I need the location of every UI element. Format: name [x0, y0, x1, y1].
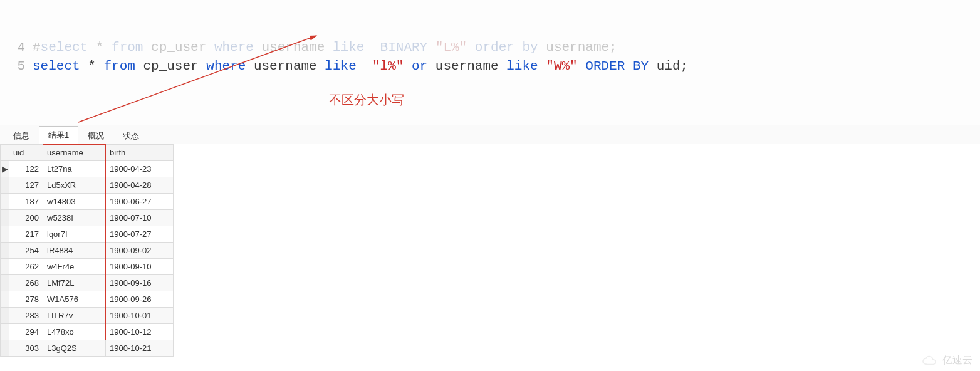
cell-username[interactable]: LlTR7v	[43, 308, 106, 324]
cell-uid[interactable]: 122	[9, 161, 43, 177]
cell-username[interactable]: w5238I	[43, 210, 106, 226]
annotation-text: 不区分大小写	[329, 91, 404, 109]
cell-birth[interactable]: 1900-10-21	[106, 340, 174, 357]
cell-uid[interactable]: 187	[9, 194, 43, 210]
cell-username[interactable]: L478xo	[43, 324, 106, 340]
table-row[interactable]: 283LlTR7v1900-10-01	[1, 308, 174, 324]
cell-birth[interactable]: 1900-07-10	[106, 210, 174, 226]
cell-birth[interactable]: 1900-06-27	[106, 194, 174, 210]
text-caret	[689, 60, 689, 73]
row-marker: ▶	[1, 161, 9, 177]
row-marker	[1, 340, 9, 357]
cell-uid[interactable]: 200	[9, 210, 43, 226]
row-marker	[1, 324, 9, 340]
row-marker	[1, 226, 9, 243]
result-grid[interactable]: uidusernamebirth▶122Lt27na1900-04-23127L…	[0, 144, 174, 357]
row-marker	[1, 177, 9, 194]
sql-editor[interactable]: 4#select * from cp_user where username l…	[0, 0, 980, 125]
editor-line[interactable]: 4#select * from cp_user where username l…	[11, 38, 980, 57]
editor-line[interactable]: 5select * from cp_user where username li…	[11, 57, 980, 76]
table-row[interactable]: 268LMf72L1900-09-16	[1, 275, 174, 291]
cell-birth[interactable]: 1900-07-27	[106, 226, 174, 243]
row-marker	[1, 194, 9, 210]
cell-birth[interactable]: 1900-04-28	[106, 177, 174, 194]
table-row[interactable]: 217lqor7I1900-07-27	[1, 226, 174, 243]
column-header-username[interactable]: username	[43, 145, 106, 161]
row-marker	[1, 259, 9, 275]
cell-uid[interactable]: 127	[9, 177, 43, 194]
table-row[interactable]: 303L3gQ2S1900-10-21	[1, 340, 174, 357]
cell-username[interactable]: lqor7I	[43, 226, 106, 243]
cell-birth[interactable]: 1900-09-02	[106, 243, 174, 259]
result-grid-wrap: uidusernamebirth▶122Lt27na1900-04-23127L…	[0, 144, 980, 357]
table-row[interactable]: 200w5238I1900-07-10	[1, 210, 174, 226]
row-marker-header	[1, 145, 9, 161]
table-row[interactable]: 278W1A5761900-09-26	[1, 291, 174, 308]
cell-birth[interactable]: 1900-09-26	[106, 291, 174, 308]
cell-uid[interactable]: 294	[9, 324, 43, 340]
cell-username[interactable]: Lt27na	[43, 161, 106, 177]
row-marker	[1, 210, 9, 226]
row-marker	[1, 308, 9, 324]
table-row[interactable]: 262w4Fr4e1900-09-10	[1, 259, 174, 275]
tab-概况[interactable]: 概况	[78, 127, 113, 144]
cell-birth[interactable]: 1900-10-01	[106, 308, 174, 324]
cell-uid[interactable]: 268	[9, 275, 43, 291]
code-content[interactable]: #select * from cp_user where username li…	[33, 38, 617, 57]
cloud-icon	[921, 355, 939, 367]
tab-结果1[interactable]: 结果1	[39, 126, 78, 144]
cell-uid[interactable]: 217	[9, 226, 43, 243]
table-row[interactable]: 187w148031900-06-27	[1, 194, 174, 210]
column-header-uid[interactable]: uid	[9, 145, 43, 161]
cell-username[interactable]: w14803	[43, 194, 106, 210]
cell-username[interactable]: w4Fr4e	[43, 259, 106, 275]
column-header-birth[interactable]: birth	[106, 145, 174, 161]
cell-username[interactable]: lR4884	[43, 243, 106, 259]
table-row[interactable]: 254lR48841900-09-02	[1, 243, 174, 259]
line-number: 5	[11, 57, 33, 76]
cell-uid[interactable]: 278	[9, 291, 43, 308]
tab-信息[interactable]: 信息	[4, 127, 39, 144]
tab-状态[interactable]: 状态	[113, 127, 149, 144]
cell-uid[interactable]: 303	[9, 340, 43, 357]
cell-uid[interactable]: 283	[9, 308, 43, 324]
watermark: 亿速云	[921, 354, 972, 367]
table-row[interactable]: ▶122Lt27na1900-04-23	[1, 161, 174, 177]
row-marker	[1, 291, 9, 308]
cell-username[interactable]: W1A576	[43, 291, 106, 308]
cell-uid[interactable]: 254	[9, 243, 43, 259]
cell-birth[interactable]: 1900-09-16	[106, 275, 174, 291]
table-row[interactable]: 294L478xo1900-10-12	[1, 324, 174, 340]
cell-birth[interactable]: 1900-10-12	[106, 324, 174, 340]
row-marker	[1, 275, 9, 291]
cell-birth[interactable]: 1900-04-23	[106, 161, 174, 177]
cell-username[interactable]: L3gQ2S	[43, 340, 106, 357]
code-content[interactable]: select * from cp_user where username lik…	[33, 57, 689, 76]
row-marker	[1, 243, 9, 259]
cell-uid[interactable]: 262	[9, 259, 43, 275]
cell-birth[interactable]: 1900-09-10	[106, 259, 174, 275]
watermark-text: 亿速云	[942, 354, 972, 367]
cell-username[interactable]: LMf72L	[43, 275, 106, 291]
line-number: 4	[11, 38, 33, 57]
table-row[interactable]: 127Ld5xXR1900-04-28	[1, 177, 174, 194]
cell-username[interactable]: Ld5xXR	[43, 177, 106, 194]
table-header-row: uidusernamebirth	[1, 145, 174, 161]
